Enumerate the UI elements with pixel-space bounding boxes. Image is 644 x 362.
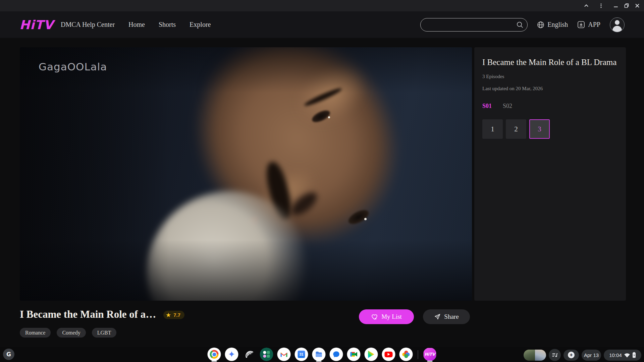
search-input[interactable] [427,18,512,31]
search-bar[interactable] [420,18,528,32]
episode-button-3[interactable]: 3 [529,119,550,139]
video-player[interactable]: GagaOOLala [20,47,472,301]
chromeos-shelf: G ✦ 31 [0,347,644,362]
tag-lgbt[interactable]: LGBT [92,328,117,338]
site-header: HiTV DMCA Help Center Home Shorts Explor… [0,11,644,38]
last-updated: Last updated on 20 Mar, 2026 [482,86,618,92]
download-icon [577,21,585,28]
star-icon: ★ [166,312,171,318]
battery-icon [632,352,636,358]
episode-button-2[interactable]: 2 [506,119,526,139]
plus-icon: + [568,352,575,358]
share-label: Share [444,313,459,320]
rating-badge: ★ 7.7 [163,311,184,319]
chrome-app-icon[interactable] [208,348,221,361]
heart-plus-icon [371,313,378,320]
minimize-button[interactable] [610,0,621,11]
episode-list: 1 2 3 [482,119,618,139]
overflow-menu-icon[interactable] [596,0,606,11]
media-controls-button[interactable] [549,349,561,361]
season-tab-s02[interactable]: S02 [503,103,512,110]
screencast-app-icon[interactable] [243,348,256,361]
gemini-app-icon[interactable]: ✦ [225,348,238,361]
messages-app-icon[interactable] [330,348,343,361]
app-label: APP [588,21,600,28]
screen-capture-thumbnail[interactable] [524,350,546,361]
date-pill[interactable]: Apr 13 [582,350,601,361]
hitv-logo[interactable]: HiTV [19,17,54,32]
search-icon[interactable] [516,21,524,28]
chevron-up-icon[interactable] [581,0,592,11]
send-icon [434,313,441,320]
language-selector[interactable]: English [537,21,568,28]
genre-tags: Romance Comedy LGBT [20,328,116,338]
globe-icon [537,21,544,28]
header-right: English APP [420,11,625,38]
avatar-person-icon [615,20,620,25]
youtube-app-icon[interactable] [382,348,395,361]
drama-title: I Became the Main Role of a BL Drama [482,57,618,67]
share-button[interactable]: Share [423,309,470,324]
tag-romance[interactable]: Romance [20,328,51,338]
nav-explore[interactable]: Explore [190,21,211,28]
tote-button[interactable]: + [564,350,579,361]
shelf-status-area: + Apr 13 10:04 [524,349,641,361]
wifi-icon [624,353,630,358]
season-tab-s01[interactable]: S01 [482,103,492,110]
nav-dmca-help-center[interactable]: DMCA Help Center [61,21,115,28]
calendar-app-icon[interactable]: 31 [295,348,308,361]
gagaoolala-watermark: GagaOOLala [39,61,107,73]
nav-home[interactable]: Home [128,21,145,28]
tag-comedy[interactable]: Comedy [57,328,86,338]
restore-button[interactable] [621,0,632,11]
hitv-app-icon[interactable]: HiTV [423,348,437,361]
files-app-icon[interactable] [312,348,326,361]
episode-sidebar: I Became the Main Role of a BL Drama 3 E… [474,47,626,301]
language-label: English [547,21,568,28]
status-tray[interactable]: 10:04 [604,350,641,361]
main-nav: DMCA Help Center Home Shorts Explore [61,11,211,38]
app-download[interactable]: APP [577,21,600,28]
rating-value: 7.7 [173,312,180,318]
window-top-bar [0,0,644,11]
photos-app-icon[interactable] [399,348,413,361]
clock-time: 10:04 [609,352,622,358]
profile-avatar[interactable] [610,17,625,32]
my-list-button[interactable]: My List [359,309,414,324]
queue-music-icon [551,352,558,358]
shelf-separator [418,350,418,359]
nav-shorts[interactable]: Shorts [159,21,176,28]
season-tabs: S01 S02 [482,103,618,110]
episode-button-1[interactable]: 1 [482,119,503,139]
shelf-apps: ✦ 31 [208,348,437,361]
play-store-app-icon[interactable] [365,348,378,361]
page-title: I Became the Main Role of a… [20,308,156,320]
episode-count: 3 Episodes [482,74,618,79]
meet-app-icon[interactable] [347,348,361,361]
gmail-app-icon[interactable] [277,348,291,361]
launcher-button[interactable]: G [3,349,14,360]
my-list-label: My List [381,313,402,320]
close-button[interactable] [632,0,643,11]
shapes-app-icon[interactable] [260,348,273,361]
